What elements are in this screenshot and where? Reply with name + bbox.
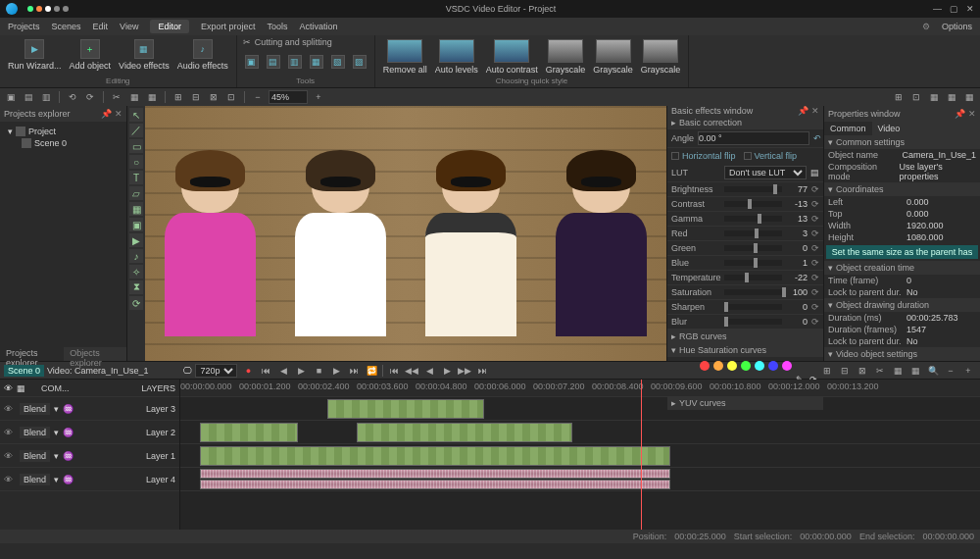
- tool-icon[interactable]: ⊡: [909, 90, 923, 104]
- scene-badge[interactable]: Scene 0: [4, 365, 44, 377]
- lut-select[interactable]: Don't use LUT: [724, 166, 807, 179]
- video-clip[interactable]: [200, 423, 298, 442]
- tab-objects-explorer[interactable]: Objects explorer: [64, 347, 126, 361]
- track-header[interactable]: 👁Blend▾♒Layer 1: [0, 444, 179, 468]
- timeline-tracks[interactable]: 00:00:00.00000:00:01.20000:00:02.40000:0…: [180, 380, 980, 530]
- audio-effects-button[interactable]: ♪Audio effects: [175, 37, 230, 73]
- slider[interactable]: [724, 186, 782, 192]
- maximize-icon[interactable]: ▢: [950, 4, 958, 14]
- tab-video[interactable]: Video: [872, 122, 906, 135]
- menu-export[interactable]: Export project: [201, 22, 256, 31]
- color-channel-dot[interactable]: [768, 361, 778, 371]
- blend-mode[interactable]: Blend: [20, 427, 50, 438]
- prop-value[interactable]: 1080.000: [906, 232, 944, 242]
- play-button[interactable]: ▶: [293, 364, 309, 378]
- reset-icon[interactable]: ⟳: [811, 243, 819, 253]
- qa-dot[interactable]: [63, 6, 69, 12]
- options-label[interactable]: Options: [942, 22, 972, 31]
- tool-icon[interactable]: ⊞: [892, 90, 906, 104]
- prop-value[interactable]: 00:00:25.783: [906, 313, 958, 323]
- eye-icon[interactable]: 👁: [4, 428, 16, 437]
- timeline-track[interactable]: [180, 397, 980, 421]
- prop-value[interactable]: Camera_In_Use_1: [902, 150, 976, 160]
- section-common[interactable]: ▾Common settings: [824, 135, 980, 149]
- color-channel-dot[interactable]: [741, 361, 751, 371]
- track-header[interactable]: 👁Blend▾♒Layer 2: [0, 421, 179, 444]
- sprite-tool-icon[interactable]: ✧: [129, 265, 143, 279]
- zoom-out-icon[interactable]: −: [251, 90, 265, 104]
- color-channel-dot[interactable]: [727, 361, 737, 371]
- prop-value[interactable]: 0.000: [906, 209, 929, 219]
- rect-tool-icon[interactable]: ▭: [129, 139, 143, 153]
- tool-icon[interactable]: ▦: [945, 90, 958, 104]
- slider[interactable]: [724, 245, 782, 251]
- gear-icon[interactable]: ⚙: [922, 22, 930, 31]
- eye-icon[interactable]: 👁: [4, 383, 13, 393]
- timeline-track[interactable]: [180, 444, 980, 468]
- color-channel-dot[interactable]: [755, 361, 764, 371]
- style-grayscale[interactable]: Grayscale: [591, 37, 635, 76]
- tl-button[interactable]: ▶: [439, 364, 455, 378]
- video-clip[interactable]: [357, 423, 572, 442]
- timeline-ruler[interactable]: 00:00:00.00000:00:01.20000:00:02.40000:0…: [180, 380, 980, 397]
- tl-tool[interactable]: −: [943, 364, 958, 378]
- eye-icon[interactable]: 👁: [4, 451, 16, 461]
- menu-activation[interactable]: Activation: [299, 22, 337, 31]
- prop-value[interactable]: 0.000: [906, 197, 929, 207]
- tl-button[interactable]: ◀: [421, 364, 437, 378]
- pin-icon[interactable]: 📌 ✕: [955, 109, 976, 119]
- tl-tool[interactable]: 🔍: [925, 364, 941, 378]
- tl-tool[interactable]: ✂: [872, 364, 888, 378]
- section-video-settings[interactable]: ▾Video object settings: [824, 347, 980, 361]
- qa-dot[interactable]: [27, 6, 33, 12]
- reset-icon[interactable]: ⟳: [811, 302, 819, 312]
- timeline-track[interactable]: [180, 468, 980, 491]
- line-tool-icon[interactable]: ／: [129, 124, 143, 137]
- tool-icon[interactable]: ▥: [39, 90, 53, 104]
- tool-button[interactable]: ▤: [265, 53, 282, 71]
- prop-value[interactable]: No: [906, 336, 918, 346]
- video-clip[interactable]: [327, 399, 484, 419]
- section-basic-correction[interactable]: ▸Basic correction: [667, 116, 823, 129]
- tree-root[interactable]: ▾Project: [4, 126, 122, 137]
- video-effects-button[interactable]: ▦Video effects: [117, 37, 172, 73]
- slider[interactable]: [724, 304, 782, 310]
- tool-icon[interactable]: ▣: [4, 90, 18, 104]
- reset-icon[interactable]: ⟳: [811, 258, 819, 268]
- chart-tool-icon[interactable]: ▦: [129, 202, 143, 216]
- blend-mode[interactable]: Blend: [20, 474, 50, 485]
- tool-icon[interactable]: ▦: [927, 90, 941, 104]
- audio-clip[interactable]: [200, 469, 670, 479]
- prop-value[interactable]: 1547: [906, 325, 926, 334]
- eye-icon[interactable]: 👁: [4, 404, 16, 414]
- tool-icon[interactable]: ⊟: [189, 90, 203, 104]
- tool-icon[interactable]: ▤: [22, 90, 35, 104]
- video-tool-icon[interactable]: ▶: [129, 233, 143, 247]
- tool-icon[interactable]: ▦: [127, 90, 141, 104]
- tl-tool[interactable]: ⊞: [819, 364, 835, 378]
- tool-icon[interactable]: ⊞: [172, 90, 185, 104]
- blend-mode[interactable]: Blend: [20, 450, 50, 462]
- folder-icon[interactable]: ▤: [810, 168, 819, 178]
- run-wizard-button[interactable]: ▶Run Wizard...: [6, 37, 64, 73]
- style-auto-levels[interactable]: Auto levels: [433, 37, 480, 76]
- monitor-icon[interactable]: 🖵: [183, 366, 192, 376]
- slider[interactable]: [724, 201, 782, 207]
- skip-end-button[interactable]: ⏭: [346, 364, 362, 378]
- reset-icon[interactable]: ⟳: [811, 214, 819, 224]
- cursor-tool-icon[interactable]: ↖: [129, 108, 143, 122]
- menu-edit[interactable]: Edit: [93, 22, 109, 31]
- reset-icon[interactable]: ⟳: [811, 273, 819, 282]
- record-button[interactable]: ●: [240, 364, 256, 378]
- style-remove-all[interactable]: Remove all: [381, 37, 429, 76]
- tool-icon[interactable]: ⟳: [83, 90, 97, 104]
- tl-button[interactable]: ⏭: [474, 364, 490, 378]
- tooltip-tool-icon[interactable]: ▱: [129, 186, 143, 200]
- tool-button[interactable]: ▨: [351, 53, 368, 71]
- prop-value[interactable]: No: [906, 287, 918, 297]
- tool-button[interactable]: ▣: [243, 53, 261, 71]
- slider[interactable]: [724, 289, 782, 295]
- section-creation-time[interactable]: ▾Object creation time: [824, 261, 980, 275]
- tool-button[interactable]: ▦: [308, 53, 325, 71]
- slider[interactable]: [724, 319, 782, 325]
